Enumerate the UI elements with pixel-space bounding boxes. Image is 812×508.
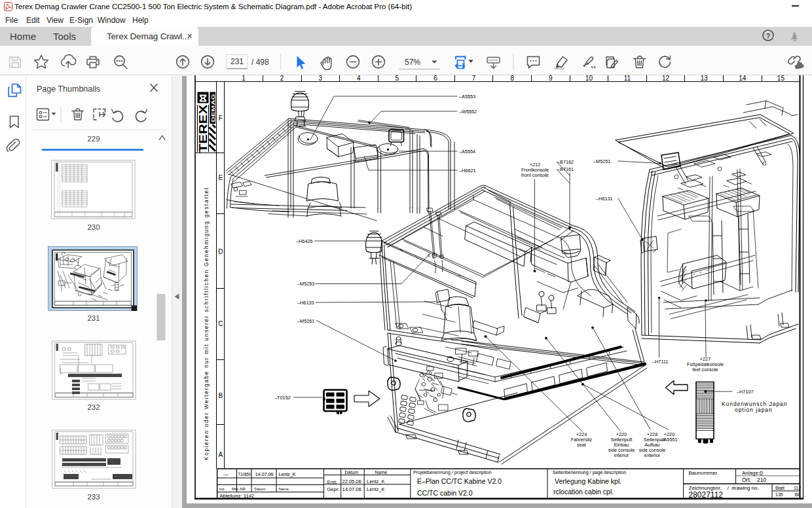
svg-text:4: 4 [357,75,361,82]
svg-text:1: 1 [242,75,246,82]
svg-text:C: C [218,320,223,327]
svg-text:–H7111: –H7111 [652,359,668,365]
svg-text:Ind: Ind [219,487,225,491]
svg-text:Mitt–NR: Mitt–NR [232,487,246,491]
svg-text:Lentz_K: Lentz_K [367,479,385,484]
svg-text:8: 8 [510,75,514,82]
svg-text:–T0152: –T0152 [274,395,291,401]
svg-text:Bl.: Bl. [795,492,800,497]
svg-text:–M5253: –M5253 [297,281,314,287]
svg-text:E–Plan CC/TC Kabine V2.0: E–Plan CC/TC Kabine V2.0 [417,477,502,485]
svg-text:B: B [218,392,223,399]
svg-text:232: 232 [87,403,100,411]
svg-text:14.07.06: 14.07.06 [342,486,361,492]
svg-text:Erst.: Erst. [327,479,337,485]
svg-text:Name: Name [279,487,289,491]
svg-text:Abteilung:: Abteilung: [220,493,242,499]
svg-text:Name: Name [375,470,388,475]
svg-text:233: 233 [87,493,100,501]
svg-text:28027112: 28027112 [689,490,724,499]
svg-text:15: 15 [777,75,785,82]
svg-text:E: E [218,174,223,181]
svg-text:Datum: Datum [255,487,266,491]
svg-text:2: 2 [280,75,284,82]
svg-text:—: — [223,471,229,477]
svg-text:230: 230 [87,223,100,231]
svg-text:Kopieren oder Weitergabe nur m: Kopieren oder Weitergabe nur mit unserer… [204,187,210,460]
svg-text:Gepr.: Gepr. [327,486,339,492]
svg-text:7: 7 [472,75,476,82]
svg-text:front console: front console [521,172,549,178]
svg-text:seat: seat [577,442,586,448]
svg-text:–B7161: –B7161 [557,166,574,172]
svg-text:T10850: T10850 [238,472,251,477]
svg-text:6: 6 [434,75,437,82]
svg-text:Page Thumbnails: Page Thumbnails [37,84,100,94]
svg-text:A: A [218,451,223,458]
svg-text:231: 231 [87,314,100,322]
svg-text:–M5261: –M5261 [297,318,314,324]
svg-text:–H6131: –H6131 [596,196,613,202]
svg-text:135: 135 [775,492,783,497]
svg-text:0: 0 [760,470,763,477]
svg-text:13: 13 [701,75,709,82]
svg-text:9: 9 [549,75,553,82]
svg-text:11: 11 [624,75,631,82]
svg-text:–A5553: –A5553 [459,94,475,100]
svg-text:229: 229 [87,135,100,143]
svg-text:exterior: exterior [644,452,661,458]
svg-text:D: D [218,248,223,255]
svg-text:interior: interior [614,452,629,458]
svg-text:–W5552: –W5552 [459,109,477,115]
svg-text:option japan: option japan [735,407,773,413]
svg-text:rclocation cabin cpl.: rclocation cabin cpl. [553,488,614,496]
svg-text:Datum: Datum [345,470,359,475]
svg-text:CC/TC cabin V2.0: CC/TC cabin V2.0 [417,489,473,497]
svg-text:DEMAG: DEMAG [210,94,216,122]
svg-text:Ort:: Ort: [742,477,751,483]
svg-text:–H7107: –H7107 [737,389,754,395]
svg-text:Projektbenennung / project d: Projektbenennung / project description [413,470,492,475]
svg-text:12: 12 [662,75,670,82]
svg-text:Anlage:: Anlage: [742,470,760,476]
svg-text:14: 14 [739,75,747,82]
svg-text:Lentz_K: Lentz_K [367,486,385,492]
svg-text:14.07.06: 14.07.06 [255,471,274,477]
svg-text:feet console: feet console [692,367,718,372]
svg-text:–H6426: –H6426 [296,238,313,244]
svg-text:F: F [219,115,223,122]
svg-text:–M5251: –M5251 [593,158,610,164]
svg-text:Baunummer.: Baunummer. [689,470,718,476]
svg-text:–B7162: –B7162 [557,159,574,165]
svg-text:5: 5 [396,75,399,82]
svg-text:–H6621: –H6621 [459,168,476,173]
svg-text:TEREX: TEREX [197,104,210,153]
svg-text:–A5554: –A5554 [459,149,475,154]
svg-text:Blatt: Blatt [775,486,784,490]
svg-text:112: 112 [794,486,801,490]
svg-text:3: 3 [318,75,322,82]
svg-text:Lentz_K: Lentz_K [279,471,296,477]
svg-text:–A5551: –A5551 [661,437,677,443]
svg-text:Seitenbenennung / page descr: Seitenbenennung / page description [553,470,626,475]
svg-text:–H6133: –H6133 [297,300,314,306]
svg-text:Verlegung Kabine kpl.: Verlegung Kabine kpl. [555,477,621,485]
svg-text:22.05.06: 22.05.06 [342,479,361,484]
svg-text:10: 10 [585,75,593,82]
svg-text:1142: 1142 [244,493,254,499]
svg-text:210: 210 [757,477,766,483]
